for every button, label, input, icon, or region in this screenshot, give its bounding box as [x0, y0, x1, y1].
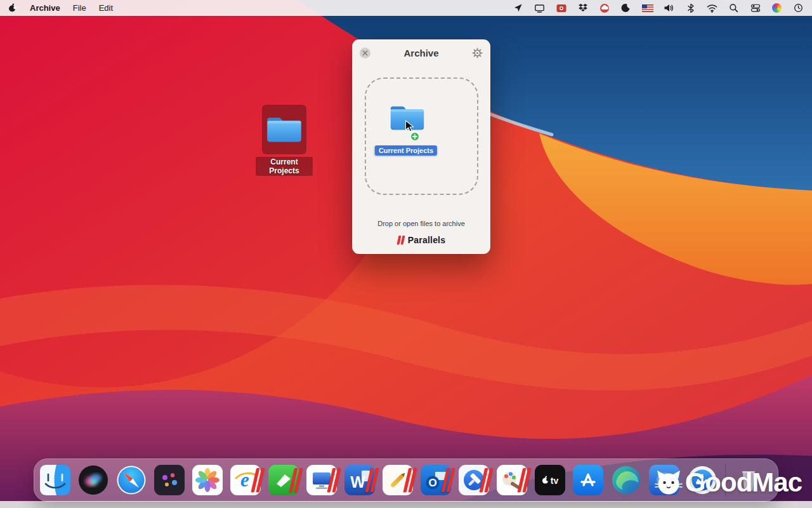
dock-parallels-desktop-icon[interactable]	[306, 465, 337, 495]
location-icon[interactable]	[512, 3, 524, 13]
folder-icon	[265, 114, 303, 145]
do-not-disturb-moon-icon[interactable]	[620, 3, 632, 13]
goodmac-watermark-text: GoodMac	[685, 467, 802, 498]
window-title: Archive	[352, 48, 490, 58]
toolbox-colorful-icon[interactable]	[771, 3, 783, 13]
dragged-folder-label: Current Projects	[375, 145, 437, 156]
parallels-logo-icon	[397, 236, 405, 244]
dock-siri-icon[interactable]	[78, 465, 108, 495]
dock-finder-icon[interactable]	[40, 465, 70, 495]
apple-menu[interactable]	[8, 3, 17, 13]
drop-hint-text: Drop or open files to archive	[352, 220, 490, 227]
dock-apple-tv-icon[interactable]: tv	[535, 465, 565, 495]
bluetooth-icon[interactable]	[684, 3, 697, 13]
dock-app-store-icon[interactable]	[573, 465, 603, 495]
us-flag-input-icon[interactable]	[641, 3, 653, 13]
clock-icon[interactable]	[792, 3, 804, 13]
svg-text:e: e	[240, 469, 249, 491]
desktop-folder-current-projects[interactable]: Current Projects	[256, 105, 313, 176]
apple-logo-icon	[8, 3, 17, 13]
svg-text:O: O	[428, 477, 436, 489]
dock-outlook-icon[interactable]: O	[421, 465, 451, 495]
menu-bar-status	[512, 3, 804, 13]
dock-safari-icon[interactable]	[116, 465, 147, 495]
dropbox-icon[interactable]	[577, 3, 589, 13]
dock-pen-app-icon[interactable]	[383, 465, 413, 495]
volume-icon[interactable]	[663, 3, 675, 13]
dock-photos-icon[interactable]	[192, 465, 223, 495]
desktop-screen: Archive File Edit	[0, 0, 812, 508]
menu-bar: Archive File Edit	[0, 0, 812, 16]
menu-bar-left: Archive File Edit	[8, 3, 113, 13]
dock-word-icon[interactable]: W	[344, 465, 375, 495]
menu-file[interactable]: File	[73, 3, 86, 13]
parallels-brand-text: Parallels	[408, 235, 445, 245]
menu-edit[interactable]: Edit	[99, 3, 113, 13]
desktop-folder-selection-box	[262, 105, 306, 154]
dock-edge-icon[interactable]	[611, 465, 641, 495]
screen-mirroring-icon[interactable]	[534, 3, 546, 13]
recorder-app-icon[interactable]	[555, 3, 567, 13]
window-settings-button[interactable]	[471, 47, 483, 59]
goodmac-watermark: GoodMac	[654, 467, 802, 498]
dock-green-windows-app-icon[interactable]	[268, 465, 299, 495]
archive-dropzone[interactable]	[365, 77, 478, 195]
dock-internet-explorer-icon[interactable]: e	[230, 465, 261, 495]
goodmac-cat-icon	[654, 469, 683, 497]
dock-dark-colorful-app-icon[interactable]	[154, 465, 185, 495]
mouse-cursor-icon	[405, 120, 414, 135]
svg-text:W: W	[350, 473, 365, 491]
desktop-folder-label: Current Projects	[256, 157, 313, 176]
wifi-icon[interactable]	[706, 3, 718, 13]
menu-app-name[interactable]: Archive	[30, 3, 60, 13]
spotlight-search-icon[interactable]	[728, 3, 740, 13]
gear-icon	[472, 48, 483, 58]
bottom-strip	[0, 501, 812, 508]
parallels-brand: Parallels	[352, 235, 490, 245]
dock-xcode-icon[interactable]	[459, 465, 489, 495]
archive-window: Archive	[352, 39, 490, 254]
dock-paint-app-icon[interactable]	[497, 465, 527, 495]
control-center-icon[interactable]	[749, 3, 761, 13]
svg-text:tv: tv	[551, 476, 559, 486]
cloud-app-icon[interactable]	[598, 3, 610, 13]
